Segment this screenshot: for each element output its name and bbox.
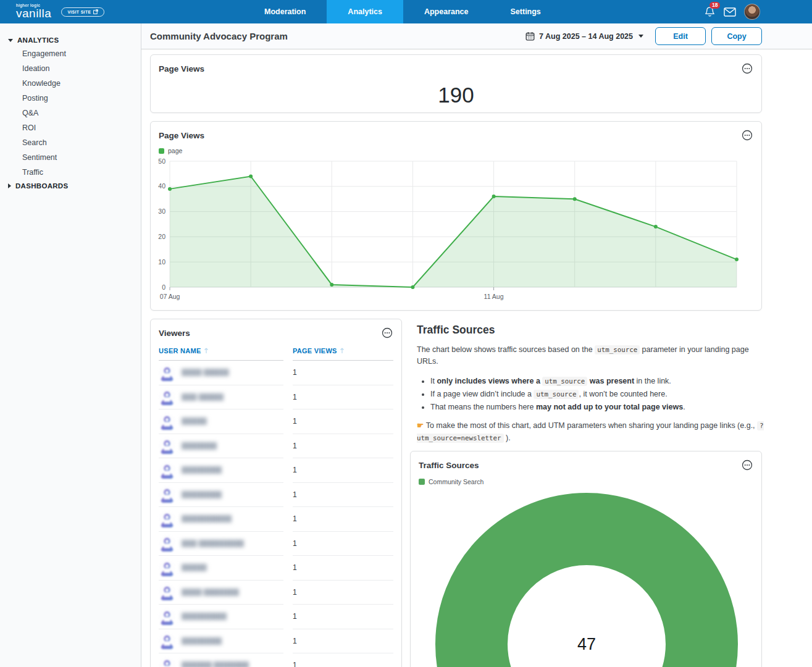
caret-right-icon	[8, 183, 11, 188]
viewer-row[interactable]: ████ ███████1	[159, 581, 393, 605]
page-views-total: 190	[151, 83, 761, 107]
viewer-user-cell[interactable]: █████████	[159, 605, 283, 629]
nav-tab-moderation[interactable]: Moderation	[243, 0, 327, 23]
user-avatar[interactable]	[744, 4, 760, 20]
card-menu-button[interactable]	[742, 130, 753, 141]
sidebar-item-ideation[interactable]: Ideation	[0, 61, 141, 76]
vanilla-logo[interactable]: higher logic vanilla	[16, 4, 51, 20]
viewer-page-views: 1	[293, 629, 393, 654]
higher-logic-logo-text: higher logic	[16, 4, 51, 7]
svg-text:20: 20	[158, 233, 165, 240]
default-avatar-icon	[159, 388, 175, 405]
code-chip: utm_source	[595, 345, 640, 354]
viewer-row[interactable]: ██████████1	[159, 507, 393, 532]
ellipsis-circle-icon	[382, 327, 393, 338]
viewer-row[interactable]: █████1	[159, 409, 393, 434]
vanilla-logo-text: vanilla	[16, 7, 51, 20]
edit-button[interactable]: Edit	[655, 27, 706, 45]
chart-legend: page	[151, 141, 761, 154]
sidebar-group-analytics[interactable]: ANALYTICS	[0, 34, 141, 46]
default-avatar-icon	[159, 413, 175, 430]
viewer-name-redacted: ████ ███████	[182, 589, 239, 596]
viewer-row[interactable]: ███████1	[159, 434, 393, 459]
copy-button[interactable]: Copy	[711, 27, 762, 45]
code-chip: utm_source	[534, 390, 579, 399]
nav-tab-analytics[interactable]: Analytics	[327, 0, 403, 23]
viewer-user-cell[interactable]: █████	[159, 409, 283, 434]
viewer-row[interactable]: ███ █████████1	[159, 532, 393, 556]
card-menu-button[interactable]	[742, 63, 753, 74]
viewer-page-views: 1	[293, 409, 393, 434]
viewer-user-cell[interactable]: ████████	[159, 483, 283, 508]
notifications-button[interactable]: 18	[704, 6, 716, 18]
svg-text:0: 0	[162, 283, 165, 291]
viewer-user-cell[interactable]: █████	[159, 556, 283, 581]
column-header-page-views[interactable]: PAGE VIEWS	[293, 347, 393, 361]
card-menu-button[interactable]	[382, 327, 393, 338]
viewer-name-redacted: ██████ ███████	[182, 661, 249, 667]
viewer-user-cell[interactable]: ██████ ███████	[159, 653, 283, 667]
viewer-user-cell[interactable]: ████ █████	[159, 361, 283, 385]
main-content: Page Views 190 Page Views	[141, 49, 812, 667]
sidebar-group-dashboards[interactable]: DASHBOARDS	[0, 180, 141, 192]
viewer-row[interactable]: ████████1	[159, 458, 393, 483]
page-views-metric-card: Page Views 190	[150, 54, 762, 113]
sidebar-item-engagement[interactable]: Engagement	[0, 46, 141, 61]
header-actions: 7 Aug 2025 – 14 Aug 2025 Edit Copy	[525, 27, 762, 45]
viewer-row[interactable]: ████ █████1	[159, 361, 393, 385]
viewer-page-views: 1	[293, 434, 393, 459]
sidebar-group-label: DASHBOARDS	[15, 182, 68, 190]
legend-label: Community Search	[429, 478, 483, 485]
card-menu-button[interactable]	[742, 459, 753, 471]
traffic-sources-tip: ☛ To make the most of this chart, add UT…	[417, 420, 764, 444]
messages-button[interactable]	[724, 7, 736, 17]
svg-text:40: 40	[158, 182, 165, 190]
traffic-sources-info: Traffic Sources The chart below shows tr…	[417, 324, 764, 444]
viewer-user-cell[interactable]: ███ █████████	[159, 532, 283, 556]
viewer-user-cell[interactable]: ████ ███████	[159, 581, 283, 605]
sort-arrow-icon	[204, 348, 209, 354]
sidebar-item-qa[interactable]: Q&A	[0, 106, 141, 120]
viewer-name-redacted: ███████	[182, 442, 217, 450]
column-header-user-name[interactable]: USER NAME	[159, 347, 283, 361]
sidebar-item-knowledge[interactable]: Knowledge	[0, 76, 141, 91]
sidebar-item-roi[interactable]: ROI	[0, 120, 141, 135]
viewer-user-cell[interactable]: ███ █████	[159, 385, 283, 410]
sidebar-item-sentiment[interactable]: Sentiment	[0, 150, 141, 165]
viewer-row[interactable]: ██████ ███████1	[159, 653, 393, 667]
viewer-user-cell[interactable]: ██████████	[159, 507, 283, 532]
sidebar-item-search[interactable]: Search	[0, 135, 141, 150]
viewer-user-cell[interactable]: ███████	[159, 434, 283, 459]
visit-site-label: VISIT SITE	[67, 10, 91, 14]
legend-swatch	[159, 148, 164, 154]
visit-site-button[interactable]: VISIT SITE	[61, 7, 104, 17]
external-link-icon	[93, 9, 98, 14]
viewer-page-views: 1	[293, 556, 393, 581]
brand[interactable]: higher logic vanilla VISIT SITE	[0, 0, 154, 23]
ellipsis-circle-icon	[742, 459, 753, 471]
date-range-picker[interactable]: 7 Aug 2025 – 14 Aug 2025	[525, 31, 643, 41]
legend-label: page	[168, 147, 182, 154]
traffic-sources-chart-card: Traffic Sources Community Search 47	[410, 451, 762, 667]
top-nav: higher logic vanilla VISIT SITE Moderati…	[0, 0, 812, 23]
viewer-user-cell[interactable]: ████████	[159, 458, 283, 483]
viewer-row[interactable]: █████████1	[159, 605, 393, 629]
mail-icon	[724, 7, 736, 17]
viewer-row[interactable]: ████████1	[159, 629, 393, 654]
viewer-row[interactable]: ████████1	[159, 483, 393, 508]
nav-right: 18	[704, 0, 812, 23]
viewers-table: USER NAME PAGE VIEWS ████ █████1███ ████…	[151, 347, 401, 667]
nav-tab-appearance[interactable]: Appearance	[403, 0, 490, 23]
traffic-sources-intro: The chart below shows traffic sources ba…	[417, 344, 764, 368]
nav-tab-settings[interactable]: Settings	[490, 0, 562, 23]
viewer-row[interactable]: ███ █████1	[159, 385, 393, 410]
viewer-page-views: 1	[293, 532, 393, 556]
viewer-user-cell[interactable]: ████████	[159, 629, 283, 654]
viewers-table-header: USER NAME PAGE VIEWS	[159, 347, 393, 361]
sidebar-item-posting[interactable]: Posting	[0, 91, 141, 106]
viewer-page-views: 1	[293, 605, 393, 629]
viewer-row[interactable]: █████1	[159, 556, 393, 581]
default-avatar-icon	[159, 437, 175, 454]
viewer-name-redacted: █████	[182, 417, 207, 425]
sidebar-item-traffic[interactable]: Traffic	[0, 165, 141, 180]
